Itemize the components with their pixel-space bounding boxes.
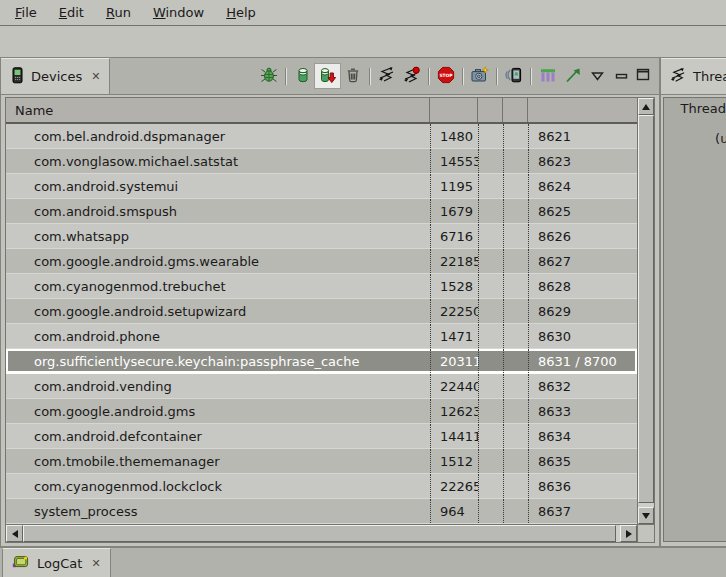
tab-threads[interactable]: Threads xyxy=(661,58,726,94)
cell-blank xyxy=(478,174,503,198)
cell-name: com.android.phone xyxy=(6,324,430,348)
menubar: FileEditRunWindowHelp xyxy=(0,0,726,26)
table-row[interactable]: com.cyanogenmod.trebuchet15288628 xyxy=(6,274,637,299)
cell-port: 8636 xyxy=(528,474,637,498)
threads-message-line1: Thread updates not enabled for selected … xyxy=(664,101,726,131)
sysinfo-button[interactable] xyxy=(535,64,560,88)
table-row[interactable]: com.tmobile.thememanager15128635 xyxy=(6,449,637,474)
tab-logcat[interactable]: LogCat ✕ xyxy=(2,548,111,577)
update-threads-button[interactable] xyxy=(374,64,399,88)
table-row[interactable]: com.android.systemui11958624 xyxy=(6,174,637,199)
cell-pid: 22185 xyxy=(430,249,478,273)
cell-port: 8637 xyxy=(528,499,637,523)
table-row[interactable]: system_process9648637 xyxy=(6,499,637,524)
cell-pid: 6716 xyxy=(430,224,478,248)
cell-pid: 1679 xyxy=(430,199,478,223)
cell-port: 8634 xyxy=(528,424,637,448)
cell-port: 8629 xyxy=(528,299,637,323)
column-header-blank xyxy=(503,98,528,122)
scroll-down-button[interactable] xyxy=(638,507,654,524)
start-tracing-button[interactable] xyxy=(560,64,585,88)
cell-name: com.cyanogenmod.lockclock xyxy=(6,474,430,498)
vertical-scrollbar[interactable] xyxy=(637,98,654,524)
devices-toolbar: STOP xyxy=(256,58,659,94)
cell-blank xyxy=(503,274,528,298)
close-icon[interactable]: ✕ xyxy=(91,557,100,570)
view-menu-button[interactable] xyxy=(585,64,610,88)
cell-name: com.google.android.gms.wearable xyxy=(6,249,430,273)
devices-view: Devices ✕ xyxy=(0,57,660,547)
table-row[interactable]: com.vonglasow.michael.satstat145538623 xyxy=(6,149,637,174)
table-row[interactable]: com.android.defcontainer144118634 xyxy=(6,424,637,449)
toolbar-separator xyxy=(285,68,286,85)
cell-name: org.sufficientlysecure.keychain:passphra… xyxy=(6,349,430,373)
vertical-scroll-thumb[interactable] xyxy=(638,115,654,503)
trash-icon xyxy=(344,66,362,87)
device-table-header: Name xyxy=(6,98,637,124)
cell-name: com.android.defcontainer xyxy=(6,424,430,448)
horizontal-scroll-thumb[interactable] xyxy=(23,525,616,542)
table-row[interactable]: com.cyanogenmod.lockclock222658636 xyxy=(6,474,637,499)
table-row[interactable]: org.sufficientlysecure.keychain:passphra… xyxy=(6,349,637,374)
minimize-button[interactable] xyxy=(610,65,632,87)
stop-process-button[interactable]: STOP xyxy=(433,64,458,88)
cell-port: 8628 xyxy=(528,274,637,298)
scroll-up-button[interactable] xyxy=(638,98,654,115)
cell-blank xyxy=(478,124,503,148)
table-row[interactable]: com.android.smspush16798625 xyxy=(6,199,637,224)
column-header-name: Name xyxy=(6,98,430,122)
cell-blank xyxy=(478,474,503,498)
horizontal-scrollbar[interactable] xyxy=(6,524,637,542)
scroll-right-button[interactable] xyxy=(620,525,637,542)
tab-devices[interactable]: Devices ✕ xyxy=(1,58,110,94)
cell-port: 8627 xyxy=(528,249,637,273)
close-icon[interactable]: ✕ xyxy=(91,70,100,83)
table-row[interactable]: com.android.vending224408632 xyxy=(6,374,637,399)
cell-pid: 1471 xyxy=(430,324,478,348)
menu-file[interactable]: File xyxy=(4,2,48,24)
tab-logcat-label: LogCat xyxy=(37,556,82,571)
cell-blank xyxy=(503,224,528,248)
minimize-icon xyxy=(615,69,628,84)
screen-capture-button[interactable] xyxy=(467,64,492,88)
cell-port: 8625 xyxy=(528,199,637,223)
dump-hprof-button[interactable] xyxy=(315,64,340,88)
cell-blank xyxy=(478,199,503,223)
threads-tabbar: Threads xyxy=(661,58,726,95)
menu-edit[interactable]: Edit xyxy=(48,2,95,24)
cause-gc-button[interactable] xyxy=(340,64,365,88)
debug-bug-icon xyxy=(260,66,278,87)
device-screens-icon xyxy=(504,66,523,87)
update-heap-button[interactable] xyxy=(290,64,315,88)
cell-name: com.bel.android.dspmanager xyxy=(6,124,430,148)
table-row[interactable]: com.google.android.setupwizard222508629 xyxy=(6,299,637,324)
cell-pid: 22250 xyxy=(430,299,478,323)
cell-pid: 22265 xyxy=(430,474,478,498)
sysinfo-bars-icon xyxy=(539,66,557,87)
start-method-profiling-button[interactable] xyxy=(399,64,424,88)
cell-pid: 12623 xyxy=(430,399,478,423)
stop-sign-icon: STOP xyxy=(437,66,455,87)
maximize-button[interactable] xyxy=(632,65,654,87)
cell-port: 8631 / 8700 xyxy=(528,349,637,373)
cell-blank xyxy=(503,199,528,223)
cell-blank xyxy=(503,349,528,373)
capture-device-button[interactable] xyxy=(501,64,526,88)
menu-run[interactable]: Run xyxy=(95,2,142,24)
table-row[interactable]: com.whatsapp67168626 xyxy=(6,224,637,249)
cell-name: com.vonglasow.michael.satstat xyxy=(6,149,430,173)
cell-blank xyxy=(503,449,528,473)
debug-process-button[interactable] xyxy=(256,64,281,88)
table-row[interactable]: com.google.android.gms126238633 xyxy=(6,399,637,424)
cell-port: 8630 xyxy=(528,324,637,348)
scroll-down-icon xyxy=(642,513,650,519)
table-row[interactable]: com.bel.android.dspmanager14808621 xyxy=(6,124,637,149)
menu-window[interactable]: Window xyxy=(142,2,215,24)
table-row[interactable]: com.google.android.gms.wearable221858627 xyxy=(6,249,637,274)
scroll-left-button[interactable] xyxy=(6,525,23,542)
cell-pid: 20311 xyxy=(430,349,478,373)
chevron-down-icon xyxy=(591,69,604,84)
scrollbar-corner xyxy=(637,524,654,542)
table-row[interactable]: com.android.phone14718630 xyxy=(6,324,637,349)
menu-help[interactable]: Help xyxy=(215,2,267,24)
